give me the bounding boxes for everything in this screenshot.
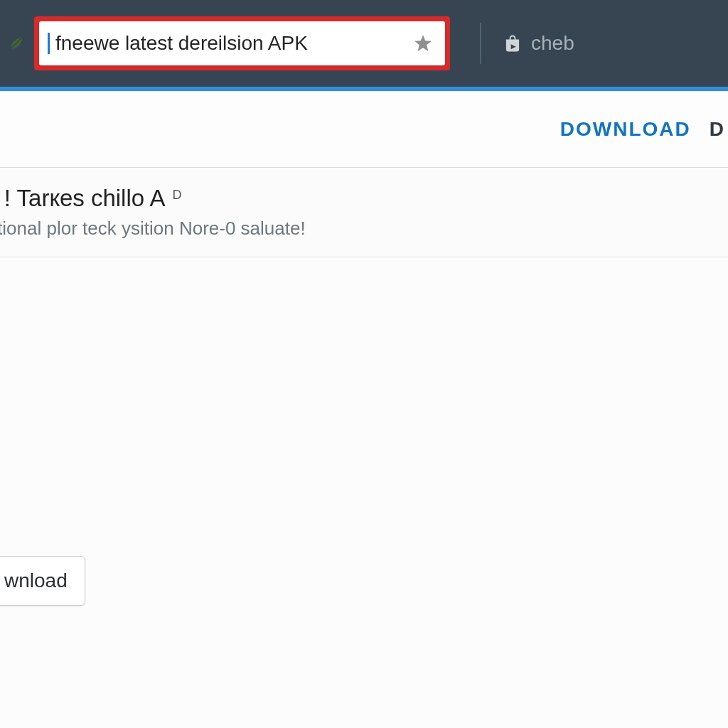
leaf-icon	[6, 33, 27, 54]
bookmark-star-button[interactable]	[410, 33, 437, 54]
nav-download-link[interactable]: DOWNLOAD	[560, 118, 691, 141]
promo-heading: ed ! Tarкes chillo A	[0, 185, 165, 212]
browser-top-bar: fneewe latest dereilsion APK cheb	[0, 0, 728, 91]
site-nav: DOWNLOAD D	[0, 91, 728, 168]
promo-heading-superscript: D	[172, 188, 181, 203]
page-content: wnload	[0, 257, 728, 684]
download-button[interactable]: wnload	[0, 556, 85, 606]
address-bar-highlight: fneewe latest dereilsion APK	[34, 16, 450, 70]
nav-cutoff-letter: D	[710, 118, 724, 141]
text-cursor-icon	[48, 33, 50, 54]
browser-tab[interactable]: cheb	[503, 32, 574, 55]
address-bar[interactable]: fneewe latest dereilsion APK	[39, 21, 445, 65]
tab-label: cheb	[531, 32, 574, 55]
address-input[interactable]: fneewe latest dereilsion APK	[55, 33, 410, 53]
promo-banner: ed ! Tarкes chillo AD srotional plor tec…	[0, 168, 728, 257]
vertical-divider	[480, 23, 481, 64]
shopping-bag-icon	[503, 33, 523, 53]
promo-subtext: srotional plor teck ysition Nore-0 salua…	[0, 218, 728, 240]
